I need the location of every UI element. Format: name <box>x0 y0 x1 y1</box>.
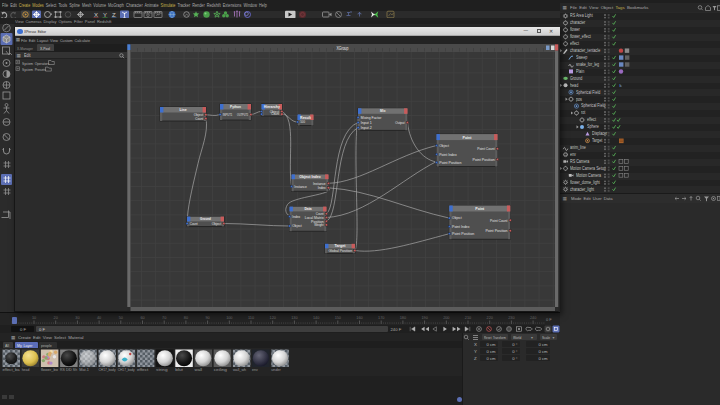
svg-text:Result: Result <box>300 114 311 119</box>
svg-text:Point: Point <box>462 134 471 139</box>
svg-text:Instance: Instance <box>294 184 307 188</box>
svg-text:RS DID Sh: RS DID Sh <box>60 368 77 372</box>
svg-text:wall_wh: wall_wh <box>233 368 246 372</box>
svg-text:Object: Object <box>211 221 221 225</box>
svg-text:effect_ba: effect_ba <box>3 368 21 372</box>
svg-text:string: string <box>156 368 167 372</box>
svg-text:Point Index: Point Index <box>439 151 456 156</box>
svg-text:OUTPUT1: OUTPUT1 <box>237 112 248 116</box>
svg-text:Output: Output <box>395 119 405 124</box>
svg-text:wall: wall <box>195 368 203 372</box>
svg-text:INPUT1: INPUT1 <box>222 112 232 116</box>
svg-text:Instance: Instance <box>313 181 326 185</box>
svg-text:Ground: Ground <box>200 216 211 221</box>
svg-text:Point Position: Point Position <box>472 156 494 161</box>
svg-text:effect: effect <box>137 368 150 372</box>
svg-text:500: 500 <box>300 120 305 124</box>
svg-text:flower_bo: flower_bo <box>41 368 58 372</box>
svg-text:Object: Object <box>292 224 302 228</box>
svg-text:Data: Data <box>304 206 312 211</box>
svg-text:Line: Line <box>179 107 187 112</box>
svg-text:Index: Index <box>317 186 325 190</box>
svg-text:Point Count: Point Count <box>477 146 495 151</box>
svg-text:head: head <box>22 368 30 372</box>
svg-text:Count: Count <box>195 116 203 120</box>
svg-text:Count: Count <box>271 112 279 116</box>
svg-text:blut: blut <box>175 368 184 372</box>
svg-text:Mix: Mix <box>380 108 386 113</box>
svg-text:Object: Object <box>452 215 462 220</box>
svg-text:Index: Index <box>292 214 300 218</box>
svg-text:ceiling: ceiling <box>214 368 227 372</box>
svg-text:Object: Object <box>439 142 449 147</box>
svg-text:Target: Target <box>334 243 345 247</box>
svg-text:Point: Point <box>475 206 484 211</box>
svg-text:Point Position: Point Position <box>485 228 507 233</box>
svg-text:Point Position: Point Position <box>439 159 461 164</box>
svg-text:Mat.1: Mat.1 <box>79 368 89 372</box>
svg-text:Global Position: Global Position <box>328 248 352 252</box>
svg-text:env: env <box>252 368 258 372</box>
svg-text:CH17_body: CH17_body <box>99 368 116 372</box>
svg-text:Point Position: Point Position <box>452 231 474 236</box>
svg-text:Weight: Weight <box>314 223 324 227</box>
svg-text:CH17_body: CH17_body <box>118 368 135 372</box>
svg-text:Point Count: Point Count <box>490 217 508 222</box>
svg-text:Python: Python <box>230 104 241 109</box>
svg-text:Point Index: Point Index <box>452 223 469 228</box>
svg-text:XGroup: XGroup <box>336 46 348 51</box>
svg-text:Input 2: Input 2 <box>360 124 371 129</box>
svg-text:Object Index: Object Index <box>299 173 321 178</box>
svg-text:Hierarchy: Hierarchy <box>263 104 280 109</box>
svg-text:Count: Count <box>189 221 197 225</box>
svg-text:under: under <box>271 368 281 372</box>
